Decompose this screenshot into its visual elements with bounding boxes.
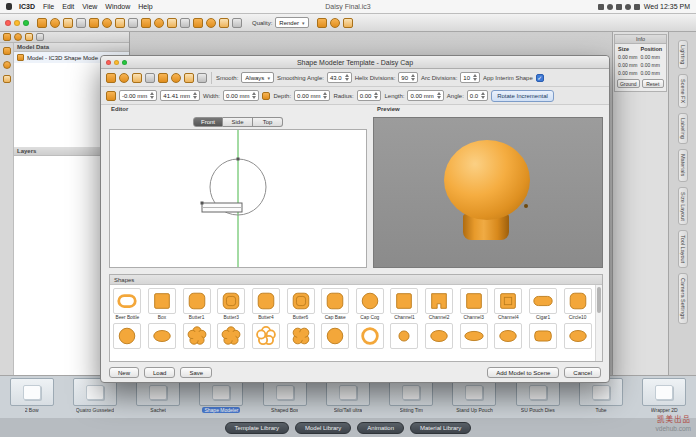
preview-viewport[interactable] (373, 117, 603, 268)
tool-icon[interactable] (132, 73, 142, 83)
tab-template-library[interactable]: Template Library (225, 422, 289, 434)
tool-icon[interactable] (3, 61, 11, 69)
tool-icon[interactable] (102, 18, 112, 28)
tool-icon[interactable] (76, 18, 86, 28)
scrollbar-thumb[interactable] (597, 287, 601, 313)
shape-item-beer-bottle[interactable]: Beer Bottle (110, 285, 145, 320)
shape-thumbnail[interactable] (390, 288, 418, 314)
interim-shape-checkbox[interactable]: ✓ (536, 74, 544, 82)
shape-thumbnail[interactable] (287, 323, 315, 349)
tool-icon[interactable] (193, 18, 203, 28)
shape-thumbnail[interactable] (217, 323, 245, 349)
tool-icon[interactable] (89, 18, 99, 28)
template-item-2-bow[interactable]: 2 Bow (2, 378, 62, 413)
tool-icon[interactable] (317, 18, 327, 28)
template-item-sachet[interactable]: Sachet (128, 378, 188, 413)
template-thumbnail[interactable] (642, 378, 686, 406)
tool-icon[interactable] (50, 18, 60, 28)
template-item-wrapper-2d[interactable]: Wrapper 2D (634, 378, 694, 413)
menu-ic3d[interactable]: IC3D (19, 3, 35, 10)
status-icon[interactable] (634, 4, 640, 10)
tool-icon[interactable] (167, 18, 177, 28)
tab-animation[interactable]: Animation (357, 422, 404, 434)
reset-button[interactable]: Reset (642, 79, 665, 88)
shape-item[interactable] (249, 320, 284, 349)
shape-thumbnail[interactable] (321, 323, 349, 349)
shape-thumbnail[interactable] (356, 288, 384, 314)
shape-item[interactable] (352, 320, 387, 349)
side-tab-camera-settings[interactable]: Camera Settings (678, 273, 688, 324)
size-value[interactable]: 0.00 mm (618, 70, 641, 76)
dialog-zoom-icon[interactable] (122, 60, 127, 65)
tool-icon[interactable] (128, 18, 138, 28)
stepper-icon[interactable] (150, 92, 154, 99)
template-item-shape-modeler[interactable]: Shape Modeler (191, 378, 251, 413)
shape-thumbnail[interactable] (183, 288, 211, 314)
menu-view[interactable]: View (82, 3, 97, 10)
load-button[interactable]: Load (144, 367, 175, 378)
stepper-icon[interactable] (411, 74, 415, 81)
stepper-icon[interactable] (193, 92, 197, 99)
shapes-scrollbar[interactable] (595, 285, 602, 361)
shape-thumbnail[interactable] (321, 288, 349, 314)
tool-icon[interactable] (141, 18, 151, 28)
tool-icon[interactable] (36, 33, 44, 41)
shape-thumbnail[interactable] (148, 288, 176, 314)
shape-item-channel2[interactable]: Channel2 (422, 285, 457, 320)
quality-select[interactable]: Render ▾ (275, 17, 308, 28)
new-button[interactable]: New (109, 367, 139, 378)
dialog-title-bar[interactable]: Shape Modeler Template - Daisy Cap (101, 56, 609, 69)
arc-divisions-field[interactable]: 10 (460, 72, 480, 83)
template-thumbnail[interactable] (10, 378, 54, 406)
view-tab-side[interactable]: Side (223, 117, 253, 127)
status-icon[interactable] (607, 4, 613, 10)
stepper-icon[interactable] (374, 92, 378, 99)
zoom-window-icon[interactable] (23, 20, 29, 26)
template-item-tube[interactable]: Tube (571, 378, 631, 413)
shape-thumbnail[interactable] (529, 323, 557, 349)
shape-thumbnail[interactable] (217, 288, 245, 314)
close-window-icon[interactable] (5, 20, 11, 26)
template-item-silo-tall-ultra[interactable]: Silo/Tall ultra (318, 378, 378, 413)
shape-item[interactable] (560, 320, 595, 349)
size-value[interactable]: 0.00 mm (618, 54, 641, 60)
radius-field[interactable]: 0.00 (357, 90, 382, 101)
view-tab-front[interactable]: Front (193, 117, 223, 127)
size-value[interactable]: 0.00 mm (618, 62, 641, 68)
x-coordinate-field[interactable]: -0.00 mm (119, 90, 157, 101)
shape-item-cap-cog[interactable]: Cap Cog (352, 285, 387, 320)
shape-item[interactable] (283, 320, 318, 349)
status-icon[interactable] (625, 4, 631, 10)
menu-window[interactable]: Window (105, 3, 130, 10)
shape-thumbnail[interactable] (252, 288, 280, 314)
side-tab-scene-fx[interactable]: Scene FX (678, 74, 688, 108)
shape-item[interactable] (214, 320, 249, 349)
ground-button[interactable]: Ground (617, 79, 640, 88)
stepper-icon[interactable] (437, 92, 441, 99)
shape-item-channel1[interactable]: Channel1 (387, 285, 422, 320)
tool-icon[interactable] (14, 33, 22, 41)
menu-file[interactable]: File (43, 3, 54, 10)
tool-icon[interactable] (343, 18, 353, 28)
menu-edit[interactable]: Edit (62, 3, 74, 10)
stepper-icon[interactable] (345, 74, 349, 81)
menu-help[interactable]: Help (138, 3, 152, 10)
length-field[interactable]: 0.00 mm (407, 90, 443, 101)
shape-item[interactable] (179, 320, 214, 349)
shape-item[interactable] (491, 320, 526, 349)
width-field[interactable]: 0.00 mm (223, 90, 259, 101)
shape-thumbnail[interactable] (494, 323, 522, 349)
shape-thumbnail[interactable] (460, 323, 488, 349)
shape-item-cigar1[interactable]: Cigar1 (526, 285, 561, 320)
dialog-close-icon[interactable] (106, 60, 111, 65)
tool-icon[interactable] (206, 18, 216, 28)
shape-item[interactable] (145, 320, 180, 349)
position-value[interactable]: 0.00 mm (641, 54, 664, 60)
shape-item[interactable] (526, 320, 561, 349)
tool-icon[interactable] (145, 73, 155, 83)
shape-item-channel4[interactable]: Channel4 (491, 285, 526, 320)
shape-item[interactable] (318, 320, 353, 349)
y-coordinate-field[interactable]: 41.41 mm (160, 90, 200, 101)
shape-thumbnail[interactable] (529, 288, 557, 314)
status-icon[interactable] (598, 4, 604, 10)
